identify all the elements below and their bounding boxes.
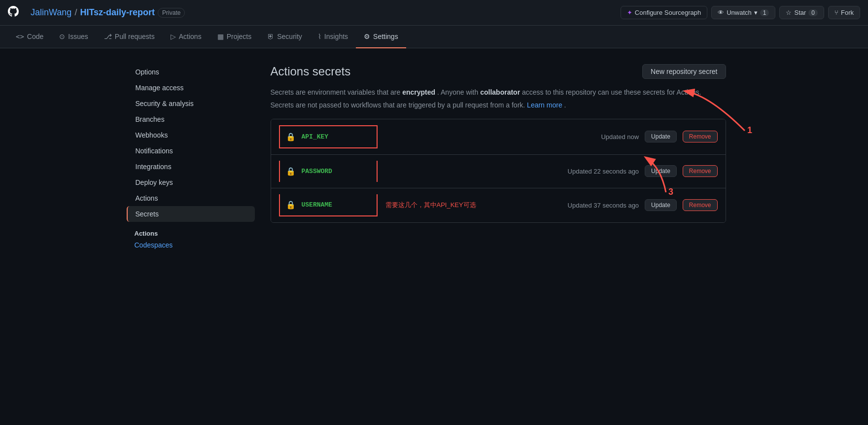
eye-icon: 👁 [718, 9, 724, 16]
nav-tabs: <> Code ⊙ Issues ⎇ Pull requests ▷ Actio… [0, 26, 868, 48]
page-title-text: Actions secrets [271, 65, 351, 78]
fork-button[interactable]: ⑂ Fork [828, 6, 860, 19]
secret-name-password: PASSWORD [302, 168, 361, 175]
github-logo-icon [8, 6, 19, 20]
remove-api-key-button[interactable]: Remove [683, 131, 718, 142]
secrets-section: 🔒 API_KEY Updated now Update Remove 🔒 PA… [271, 119, 726, 223]
update-password-button[interactable]: Update [645, 165, 677, 177]
secret-updated-api-key: Updated now [601, 133, 639, 141]
update-api-key-button[interactable]: Update [645, 131, 677, 142]
sidebar-item-deploy-keys[interactable]: Deploy keys [127, 175, 255, 190]
actions-icon: ▷ [171, 33, 176, 40]
lock-icon-api-key: 🔒 [286, 132, 296, 142]
page-description: Secrets are environment variables that a… [271, 87, 726, 111]
insights-icon: ⌇ [318, 33, 321, 40]
pull-requests-icon: ⎇ [104, 33, 112, 40]
secret-name-username: USERNAME [302, 201, 361, 209]
unwatch-dropdown-icon: ▾ [754, 9, 758, 16]
sourcegraph-icon: ✦ [627, 9, 632, 16]
sidebar-item-actions[interactable]: Actions [127, 190, 255, 206]
star-button[interactable]: ☆ Star 0 [779, 6, 824, 19]
tab-settings[interactable]: ⚙ Settings [356, 26, 406, 48]
secret-annotation-username: 需要这几个，其中API_KEY可选 [385, 201, 476, 210]
secret-row-api-key: 🔒 API_KEY Updated now Update Remove [271, 119, 726, 155]
secret-updated-password: Updated 22 seconds ago [568, 168, 639, 175]
repo-owner[interactable]: JalinWang [31, 7, 71, 18]
sidebar-codespaces-link[interactable]: Codespaces [127, 239, 255, 251]
sidebar-item-webhooks[interactable]: Webhooks [127, 127, 255, 143]
tab-code[interactable]: <> Code [8, 26, 51, 48]
tab-insights[interactable]: ⌇ Insights [310, 26, 356, 48]
secret-row-username: 🔒 USERNAME 需要这几个，其中API_KEY可选 Updated 37 … [271, 188, 726, 222]
unwatch-count: 1 [760, 9, 769, 16]
sidebar-item-manage-access[interactable]: Manage access [127, 80, 255, 96]
page-layout: Options Manage access Security & analysi… [119, 48, 750, 267]
secret-meta-password: Updated 22 seconds ago Update Remove [568, 165, 718, 177]
tab-issues[interactable]: ⊙ Issues [51, 26, 96, 48]
repo-separator: / [74, 7, 77, 18]
new-repository-secret-button[interactable]: New repository secret [642, 64, 726, 79]
remove-password-button[interactable]: Remove [683, 165, 718, 177]
secret-meta-api-key: Updated now Update Remove [601, 131, 717, 142]
sidebar-actions-section: Actions [127, 222, 255, 239]
learn-more-link[interactable]: Learn more [527, 101, 562, 109]
tab-projects[interactable]: ▦ Projects [209, 26, 260, 48]
topbar-actions: ✦ Configure Sourcegraph 👁 Unwatch ▾ 1 ☆ … [621, 6, 860, 19]
secret-name-api-key: API_KEY [302, 133, 361, 141]
sidebar: Options Manage access Security & analysi… [127, 64, 255, 251]
star-icon: ☆ [786, 9, 792, 16]
issues-icon: ⊙ [59, 33, 65, 40]
settings-icon: ⚙ [364, 33, 370, 40]
sidebar-item-integrations[interactable]: Integrations [127, 159, 255, 175]
repo-name[interactable]: HITsz-daily-report [80, 7, 155, 18]
tab-security[interactable]: ⛨ Security [259, 26, 310, 48]
private-badge: Private [158, 8, 185, 18]
remove-username-button[interactable]: Remove [683, 199, 718, 211]
lock-icon-username: 🔒 [286, 200, 296, 210]
secrets-table: 🔒 API_KEY Updated now Update Remove 🔒 PA… [271, 119, 726, 223]
projects-icon: ▦ [217, 33, 224, 40]
secret-name-username-wrap: 🔒 USERNAME [279, 194, 378, 216]
repo-title: JalinWang / HITsz-daily-report Private [31, 7, 185, 18]
topbar: JalinWang / HITsz-daily-report Private ✦… [0, 0, 868, 26]
sidebar-item-options[interactable]: Options [127, 64, 255, 80]
secret-row-password: 🔒 PASSWORD Updated 22 seconds ago Update… [271, 155, 726, 188]
description-line2: Secrets are not passed to workflows that… [271, 100, 726, 110]
sidebar-item-notifications[interactable]: Notifications [127, 143, 255, 159]
secret-meta-username: Updated 37 seconds ago Update Remove [568, 199, 718, 211]
security-icon: ⛨ [267, 33, 274, 40]
fork-icon: ⑂ [834, 9, 838, 16]
sidebar-item-branches[interactable]: Branches [127, 111, 255, 127]
secret-updated-username: Updated 37 seconds ago [568, 202, 639, 209]
secret-name-highlighted: 🔒 API_KEY [279, 125, 378, 148]
main-content: Actions secrets New repository secret Se… [255, 64, 742, 251]
tab-actions[interactable]: ▷ Actions [163, 26, 209, 48]
secret-name-password-wrap: 🔒 PASSWORD [279, 161, 378, 182]
update-username-button[interactable]: Update [645, 199, 677, 211]
configure-sourcegraph-button[interactable]: ✦ Configure Sourcegraph [621, 6, 707, 19]
sidebar-item-secrets[interactable]: Secrets [127, 206, 255, 222]
code-icon: <> [16, 33, 24, 40]
page-title-row: Actions secrets New repository secret [271, 64, 726, 79]
svg-text:1: 1 [747, 125, 752, 135]
tab-pull-requests[interactable]: ⎇ Pull requests [96, 26, 163, 48]
unwatch-button[interactable]: 👁 Unwatch ▾ 1 [711, 6, 775, 19]
sidebar-item-security-analysis[interactable]: Security & analysis [127, 96, 255, 111]
star-count: 0 [808, 9, 818, 16]
description-line1: Secrets are environment variables that a… [271, 87, 726, 98]
lock-icon-password: 🔒 [286, 167, 296, 176]
